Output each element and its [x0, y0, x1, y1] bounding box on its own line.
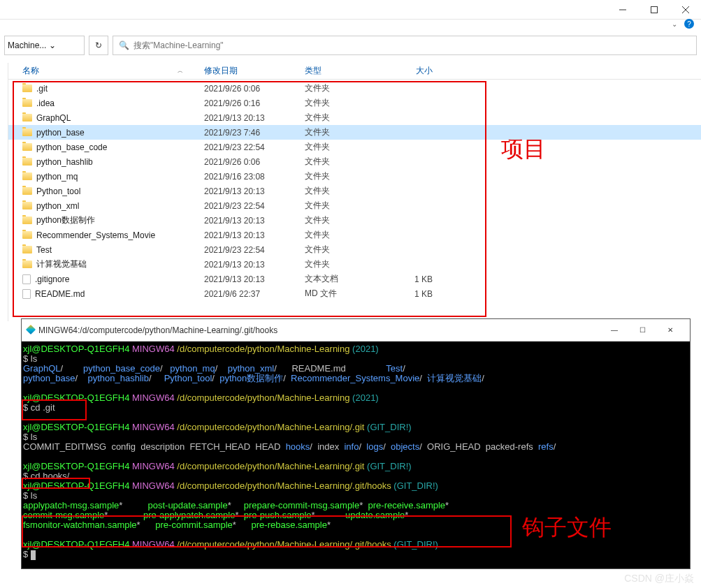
svg-rect-1	[651, 6, 657, 13]
file-name: .idea	[36, 98, 55, 108]
chevron-down-icon[interactable]: ⌄	[46, 41, 59, 50]
folder-icon	[22, 114, 32, 122]
file-type: 文件夹	[305, 185, 385, 197]
terminal-maximize-button[interactable]: ☐	[628, 320, 656, 341]
folder-icon	[22, 158, 32, 166]
folder-icon	[22, 260, 32, 268]
file-list: 名称︿ 修改日期 类型 大小 .git2021/9/26 0:06文件夹.ide…	[8, 63, 701, 321]
file-date: 2021/9/16 23:08	[204, 172, 305, 182]
terminal-title: MINGW64:/d/computercode/python/Machine-L…	[38, 325, 600, 335]
file-date: 2021/9/23 22:54	[204, 245, 305, 255]
sidebar-stub	[0, 63, 8, 321]
file-type: 文件夹	[305, 141, 385, 153]
close-button[interactable]	[670, 0, 701, 20]
file-date: 2021/9/13 20:13	[204, 186, 305, 196]
file-row[interactable]: python_base2021/9/23 7:46文件夹	[8, 125, 701, 140]
file-row[interactable]: Python_tool2021/9/13 20:13文件夹	[8, 184, 701, 198]
file-row[interactable]: Recommender_Systems_Movie2021/9/13 20:13…	[8, 228, 701, 242]
folder-icon	[22, 143, 32, 151]
file-row[interactable]: .git2021/9/26 0:06文件夹	[8, 81, 701, 96]
breadcrumb[interactable]: Machine... ⌄	[4, 36, 85, 55]
terminal-icon	[27, 325, 34, 335]
terminal-titlebar[interactable]: MINGW64:/d/computercode/python/Machine-L…	[22, 319, 690, 341]
file-name: README.md	[35, 289, 85, 299]
file-date: 2021/9/26 0:06	[204, 84, 305, 94]
file-type: 文件夹	[305, 112, 385, 124]
chevron-down-icon[interactable]: ⌄	[672, 20, 677, 28]
search-icon: 🔍	[119, 41, 129, 50]
folder-icon	[22, 202, 32, 210]
file-date: 2021/9/6 22:37	[204, 289, 305, 299]
file-icon	[22, 289, 31, 299]
terminal-close-button[interactable]: ✕	[656, 320, 684, 341]
annotation-label-hooks: 钩子文件	[522, 513, 612, 543]
file-icon	[22, 274, 31, 284]
header-name[interactable]: 名称︿	[22, 65, 204, 77]
sort-icon: ︿	[178, 67, 183, 75]
folder-icon	[22, 172, 32, 180]
file-date: 2021/9/13 20:13	[204, 216, 305, 226]
file-name: 计算视觉基础	[36, 258, 87, 270]
header-date[interactable]: 修改日期	[204, 65, 305, 77]
file-row[interactable]: .idea2021/9/26 0:16文件夹	[8, 96, 701, 110]
file-size: 1 KB	[385, 274, 440, 284]
file-type: 文本文档	[305, 273, 385, 285]
file-row[interactable]: python_xml2021/9/23 22:54文件夹	[8, 198, 701, 213]
minimize-button[interactable]	[607, 0, 638, 20]
maximize-button[interactable]	[638, 0, 670, 20]
file-type: 文件夹	[305, 244, 385, 256]
file-row[interactable]: .gitignore2021/9/13 20:13文本文档1 KB	[8, 272, 701, 286]
file-date: 2021/9/13 20:13	[204, 260, 305, 270]
file-name: python_mq	[36, 172, 78, 182]
file-name: .git	[36, 84, 48, 94]
annotation-label-project: 项目	[501, 134, 546, 165]
file-row[interactable]: README.md2021/9/6 22:37MD 文件1 KB	[8, 286, 701, 301]
file-type: 文件夹	[305, 156, 385, 168]
file-date: 2021/9/13 20:13	[204, 113, 305, 123]
file-row[interactable]: python数据制作2021/9/13 20:13文件夹	[8, 213, 701, 228]
file-type: 文件夹	[305, 97, 385, 109]
header-size[interactable]: 大小	[385, 65, 440, 77]
file-type: 文件夹	[305, 200, 385, 212]
file-type: 文件夹	[305, 229, 385, 241]
file-row[interactable]: python_mq2021/9/16 23:08文件夹	[8, 169, 701, 184]
folder-icon	[22, 246, 32, 253]
file-name: python_xml	[36, 201, 79, 211]
file-name: .gitignore	[35, 274, 69, 284]
help-icon[interactable]: ?	[684, 19, 694, 29]
file-name: Python_tool	[36, 186, 80, 196]
file-type: 文件夹	[305, 82, 385, 94]
file-type: MD 文件	[305, 288, 385, 300]
file-date: 2021/9/26 0:16	[204, 98, 305, 108]
file-date: 2021/9/23 22:54	[204, 201, 305, 211]
file-name: python_hashlib	[36, 157, 93, 167]
file-size: 1 KB	[385, 289, 440, 299]
file-row[interactable]: python_hashlib2021/9/26 0:06文件夹	[8, 154, 701, 169]
folder-icon	[22, 216, 32, 224]
file-name: python_base_code	[36, 142, 107, 152]
header-type[interactable]: 类型	[305, 65, 385, 77]
search-box[interactable]: 🔍	[113, 36, 697, 55]
file-row[interactable]: 计算视觉基础2021/9/13 20:13文件夹	[8, 257, 701, 272]
file-type: 文件夹	[305, 170, 385, 182]
file-row[interactable]: Test2021/9/23 22:54文件夹	[8, 242, 701, 257]
terminal-minimize-button[interactable]: —	[600, 320, 628, 341]
folder-icon	[22, 84, 32, 92]
explorer-titlebar	[0, 0, 701, 20]
file-name: python数据制作	[36, 214, 95, 226]
file-row[interactable]: python_base_code2021/9/23 22:54文件夹	[8, 140, 701, 154]
file-row[interactable]: GraphQL2021/9/13 20:13文件夹	[8, 110, 701, 125]
column-headers: 名称︿ 修改日期 类型 大小	[8, 63, 701, 80]
refresh-button[interactable]: ↻	[89, 36, 108, 55]
folder-icon	[22, 187, 32, 195]
file-type: 文件夹	[305, 214, 385, 226]
file-date: 2021/9/13 20:13	[204, 230, 305, 240]
folder-icon	[22, 128, 32, 136]
file-type: 文件夹	[305, 126, 385, 138]
watermark: CSDN @庄小焱	[624, 573, 694, 585]
file-name: python_base	[36, 128, 85, 138]
file-type: 文件夹	[305, 258, 385, 270]
file-date: 2021/9/23 22:54	[204, 142, 305, 152]
search-input[interactable]	[133, 41, 691, 50]
file-name: Test	[36, 245, 52, 255]
